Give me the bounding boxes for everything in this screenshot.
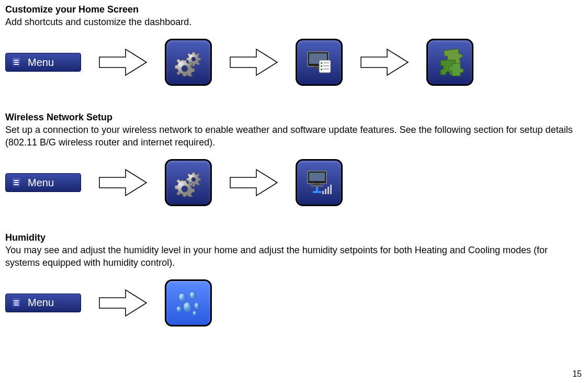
svg-point-1: [182, 65, 188, 72]
svg-point-29: [193, 311, 197, 316]
settings-icon[interactable]: [165, 159, 212, 206]
page-number: 15: [572, 369, 582, 379]
svg-point-26: [183, 302, 191, 312]
svg-point-0: [191, 57, 196, 61]
menu-icon: [12, 298, 20, 308]
customize-home-screen-section: Customize your Home Screen Add shortcuts…: [5, 4, 583, 86]
svg-rect-20: [322, 191, 324, 194]
svg-rect-8: [321, 65, 322, 67]
menu-label: Menu: [28, 297, 54, 309]
wireless-network-section: Wireless Network Setup Set up a connecti…: [5, 112, 583, 206]
flow-row: Menu: [5, 159, 583, 206]
svg-rect-6: [321, 62, 322, 64]
svg-rect-22: [327, 187, 329, 194]
svg-point-27: [194, 302, 199, 310]
svg-point-12: [191, 177, 196, 182]
flow-row: Menu: [5, 39, 583, 86]
svg-rect-21: [325, 189, 326, 194]
arrow-right-icon: [97, 287, 149, 319]
svg-rect-15: [309, 173, 325, 181]
arrow-right-icon: [228, 167, 280, 198]
svg-point-28: [176, 306, 182, 312]
dashboard-icon[interactable]: [296, 39, 343, 86]
section-title: Customize your Home Screen: [5, 4, 583, 15]
svg-rect-16: [314, 184, 320, 185]
section-title: Humidity: [5, 232, 583, 243]
settings-icon[interactable]: [165, 39, 212, 86]
puzzle-icon[interactable]: [426, 39, 473, 86]
menu-button[interactable]: Menu: [5, 173, 81, 192]
svg-rect-17: [311, 185, 323, 187]
arrow-right-icon: [228, 47, 280, 78]
menu-label: Menu: [28, 57, 54, 69]
svg-rect-10: [321, 69, 322, 70]
section-title: Wireless Network Setup: [5, 112, 583, 123]
arrow-right-icon: [97, 47, 149, 78]
section-desc: You may see and adjust the humidity leve…: [5, 244, 583, 269]
arrow-right-icon: [358, 47, 411, 78]
svg-rect-7: [323, 62, 329, 63]
section-desc: Set up a connection to your wireless net…: [5, 124, 583, 149]
humidity-icon[interactable]: [165, 279, 212, 326]
arrow-right-icon: [97, 167, 149, 198]
svg-rect-23: [330, 185, 332, 194]
svg-rect-19: [313, 191, 321, 193]
menu-button[interactable]: Menu: [5, 294, 81, 312]
svg-rect-11: [323, 69, 329, 70]
menu-icon: [12, 58, 20, 67]
svg-point-25: [189, 291, 196, 300]
network-icon[interactable]: [296, 159, 343, 206]
svg-point-13: [182, 186, 188, 192]
humidity-section: Humidity You may see and adjust the humi…: [5, 232, 583, 326]
menu-button[interactable]: Menu: [5, 53, 81, 72]
menu-icon: [12, 178, 20, 187]
svg-rect-18: [316, 187, 318, 191]
menu-label: Menu: [28, 177, 54, 189]
flow-row: Menu: [5, 279, 583, 326]
svg-point-24: [178, 293, 186, 302]
section-desc: Add shortcuts and customize the dashboar…: [5, 16, 583, 28]
svg-rect-9: [323, 65, 329, 66]
